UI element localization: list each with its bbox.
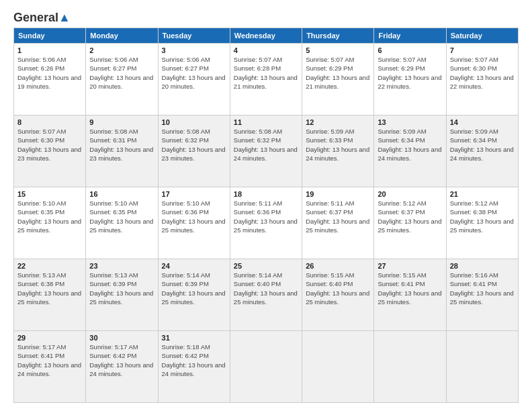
weekday-header-tuesday: Tuesday [158, 28, 230, 44]
day-detail: Sunrise: 5:07 AMSunset: 6:29 PMDaylight:… [378, 55, 442, 91]
day-detail: Sunrise: 5:16 AMSunset: 6:41 PMDaylight:… [450, 271, 515, 306]
day-number: 23 [89, 262, 154, 270]
calendar-cell: 27Sunrise: 5:15 AMSunset: 6:41 PMDayligh… [374, 259, 446, 331]
calendar-cell: 1Sunrise: 5:06 AMSunset: 6:26 PMDaylight… [14, 44, 86, 116]
day-detail: Sunrise: 5:08 AMSunset: 6:32 PMDaylight:… [234, 127, 298, 163]
weekday-header-friday: Friday [374, 28, 446, 44]
calendar-cell: 4Sunrise: 5:07 AMSunset: 6:28 PMDaylight… [230, 44, 302, 116]
day-number: 19 [306, 190, 370, 198]
calendar-cell: 15Sunrise: 5:10 AMSunset: 6:35 PMDayligh… [14, 187, 86, 259]
day-detail: Sunrise: 5:15 AMSunset: 6:40 PMDaylight:… [306, 271, 370, 306]
day-number: 20 [378, 190, 442, 198]
day-detail: Sunrise: 5:09 AMSunset: 6:34 PMDaylight:… [378, 127, 442, 163]
day-number: 9 [89, 118, 154, 126]
calendar-cell: 14Sunrise: 5:09 AMSunset: 6:34 PMDayligh… [446, 116, 518, 187]
day-number: 11 [234, 118, 298, 126]
day-detail: Sunrise: 5:08 AMSunset: 6:32 PMDaylight:… [162, 127, 226, 163]
weekday-header-wednesday: Wednesday [230, 28, 302, 44]
day-number: 15 [17, 190, 82, 198]
header: General▲ [13, 11, 519, 22]
calendar-cell [446, 331, 518, 403]
weekday-header-row: SundayMondayTuesdayWednesdayThursdayFrid… [14, 28, 519, 44]
calendar-cell: 19Sunrise: 5:11 AMSunset: 6:37 PMDayligh… [302, 187, 374, 259]
weekday-header-saturday: Saturday [446, 28, 518, 44]
calendar-week-2: 8Sunrise: 5:07 AMSunset: 6:30 PMDaylight… [14, 116, 519, 187]
calendar-cell: 2Sunrise: 5:06 AMSunset: 6:27 PMDaylight… [86, 44, 158, 116]
calendar-cell: 3Sunrise: 5:06 AMSunset: 6:27 PMDaylight… [158, 44, 230, 116]
day-detail: Sunrise: 5:13 AMSunset: 6:39 PMDaylight:… [89, 271, 154, 306]
day-number: 31 [162, 334, 226, 342]
calendar-cell: 18Sunrise: 5:11 AMSunset: 6:36 PMDayligh… [230, 187, 302, 259]
day-detail: Sunrise: 5:14 AMSunset: 6:40 PMDaylight:… [234, 271, 298, 306]
day-number: 6 [378, 46, 442, 54]
weekday-header-thursday: Thursday [302, 28, 374, 44]
day-number: 28 [450, 262, 515, 270]
day-detail: Sunrise: 5:11 AMSunset: 6:37 PMDaylight:… [306, 199, 370, 234]
calendar-cell: 20Sunrise: 5:12 AMSunset: 6:37 PMDayligh… [374, 187, 446, 259]
calendar-cell: 31Sunrise: 5:18 AMSunset: 6:42 PMDayligh… [158, 331, 230, 403]
day-detail: Sunrise: 5:14 AMSunset: 6:39 PMDaylight:… [162, 271, 226, 306]
weekday-header-monday: Monday [86, 28, 158, 44]
day-detail: Sunrise: 5:12 AMSunset: 6:38 PMDaylight:… [450, 199, 515, 234]
day-detail: Sunrise: 5:06 AMSunset: 6:26 PMDaylight:… [17, 55, 82, 91]
calendar-cell: 7Sunrise: 5:07 AMSunset: 6:30 PMDaylight… [446, 44, 518, 116]
calendar-cell: 11Sunrise: 5:08 AMSunset: 6:32 PMDayligh… [230, 116, 302, 187]
logo-general: General▲ [13, 11, 71, 25]
day-number: 21 [450, 190, 515, 198]
day-number: 26 [306, 262, 370, 270]
calendar-week-5: 29Sunrise: 5:17 AMSunset: 6:41 PMDayligh… [14, 331, 519, 403]
calendar-cell: 22Sunrise: 5:13 AMSunset: 6:38 PMDayligh… [14, 259, 86, 331]
day-number: 30 [89, 334, 154, 342]
calendar-cell: 5Sunrise: 5:07 AMSunset: 6:29 PMDaylight… [302, 44, 374, 116]
calendar-cell: 28Sunrise: 5:16 AMSunset: 6:41 PMDayligh… [446, 259, 518, 331]
calendar-cell: 8Sunrise: 5:07 AMSunset: 6:30 PMDaylight… [14, 116, 86, 187]
day-detail: Sunrise: 5:10 AMSunset: 6:35 PMDaylight:… [89, 199, 154, 234]
day-number: 29 [17, 334, 82, 342]
day-detail: Sunrise: 5:10 AMSunset: 6:36 PMDaylight:… [162, 199, 226, 234]
day-detail: Sunrise: 5:06 AMSunset: 6:27 PMDaylight:… [162, 55, 226, 91]
calendar-cell: 25Sunrise: 5:14 AMSunset: 6:40 PMDayligh… [230, 259, 302, 331]
day-number: 14 [450, 118, 515, 126]
calendar-cell [302, 331, 374, 403]
day-detail: Sunrise: 5:11 AMSunset: 6:36 PMDaylight:… [234, 199, 298, 234]
day-number: 3 [162, 46, 226, 54]
calendar-cell: 30Sunrise: 5:17 AMSunset: 6:42 PMDayligh… [86, 331, 158, 403]
calendar-cell: 21Sunrise: 5:12 AMSunset: 6:38 PMDayligh… [446, 187, 518, 259]
calendar-cell: 17Sunrise: 5:10 AMSunset: 6:36 PMDayligh… [158, 187, 230, 259]
day-number: 4 [234, 46, 298, 54]
day-detail: Sunrise: 5:08 AMSunset: 6:31 PMDaylight:… [89, 127, 154, 163]
day-detail: Sunrise: 5:07 AMSunset: 6:28 PMDaylight:… [234, 55, 298, 91]
day-number: 1 [17, 46, 82, 54]
calendar-cell: 12Sunrise: 5:09 AMSunset: 6:33 PMDayligh… [302, 116, 374, 187]
page: General▲ SundayMondayTuesdayWednesdayThu… [0, 0, 532, 411]
calendar-cell [230, 331, 302, 403]
calendar-cell: 13Sunrise: 5:09 AMSunset: 6:34 PMDayligh… [374, 116, 446, 187]
day-number: 17 [162, 190, 226, 198]
day-number: 2 [89, 46, 154, 54]
day-detail: Sunrise: 5:09 AMSunset: 6:34 PMDaylight:… [450, 127, 515, 163]
day-detail: Sunrise: 5:17 AMSunset: 6:41 PMDaylight:… [17, 342, 82, 378]
day-detail: Sunrise: 5:18 AMSunset: 6:42 PMDaylight:… [162, 342, 226, 378]
day-detail: Sunrise: 5:13 AMSunset: 6:38 PMDaylight:… [17, 271, 82, 306]
day-number: 16 [89, 190, 154, 198]
calendar-cell: 10Sunrise: 5:08 AMSunset: 6:32 PMDayligh… [158, 116, 230, 187]
calendar-cell: 24Sunrise: 5:14 AMSunset: 6:39 PMDayligh… [158, 259, 230, 331]
day-number: 22 [17, 262, 82, 270]
day-detail: Sunrise: 5:09 AMSunset: 6:33 PMDaylight:… [306, 127, 370, 163]
day-number: 8 [17, 118, 82, 126]
day-number: 24 [162, 262, 226, 270]
day-number: 27 [378, 262, 442, 270]
calendar-week-3: 15Sunrise: 5:10 AMSunset: 6:35 PMDayligh… [14, 187, 519, 259]
calendar-cell: 26Sunrise: 5:15 AMSunset: 6:40 PMDayligh… [302, 259, 374, 331]
day-detail: Sunrise: 5:06 AMSunset: 6:27 PMDaylight:… [89, 55, 154, 91]
calendar-cell: 6Sunrise: 5:07 AMSunset: 6:29 PMDaylight… [374, 44, 446, 116]
day-number: 7 [450, 46, 515, 54]
calendar-week-4: 22Sunrise: 5:13 AMSunset: 6:38 PMDayligh… [14, 259, 519, 331]
day-detail: Sunrise: 5:07 AMSunset: 6:30 PMDaylight:… [450, 55, 515, 91]
day-detail: Sunrise: 5:17 AMSunset: 6:42 PMDaylight:… [89, 342, 154, 378]
day-number: 5 [306, 46, 370, 54]
day-number: 12 [306, 118, 370, 126]
day-detail: Sunrise: 5:12 AMSunset: 6:37 PMDaylight:… [378, 199, 442, 234]
calendar-cell: 16Sunrise: 5:10 AMSunset: 6:35 PMDayligh… [86, 187, 158, 259]
day-detail: Sunrise: 5:07 AMSunset: 6:29 PMDaylight:… [306, 55, 370, 91]
